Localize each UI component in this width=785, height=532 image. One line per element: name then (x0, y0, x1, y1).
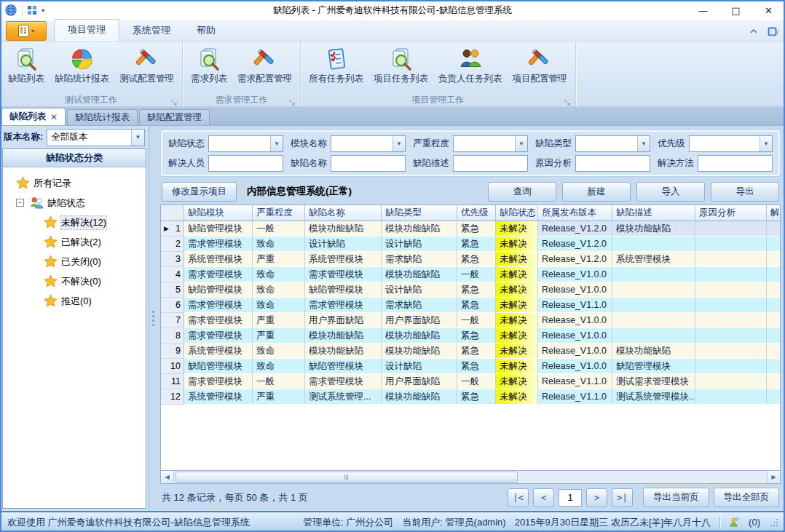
action-button-查询[interactable]: 查询 (488, 182, 556, 202)
row-selector[interactable]: 2 (161, 237, 184, 252)
minimize-button[interactable]: — (687, 0, 719, 20)
dialog-launcher-icon[interactable] (171, 98, 178, 104)
row-selector[interactable]: 12 (161, 389, 184, 405)
maximize-button[interactable]: □ (719, 0, 752, 20)
collapse-node-icon[interactable]: − (16, 199, 24, 207)
tree-item-缺陷状态[interactable]: −缺陷状态 (6, 193, 143, 213)
row-selector[interactable]: 10 (161, 359, 184, 374)
ribbon-button-项目任务列表[interactable]: 项目任务列表 (368, 44, 433, 87)
version-select[interactable]: 全部版本 ▼ (47, 129, 145, 146)
filter-select-模块名称[interactable]: ▼ (331, 135, 406, 152)
sidebar-splitter[interactable] (149, 126, 157, 511)
close-tab-icon[interactable]: ✕ (50, 112, 58, 122)
table-row[interactable]: 7需求管理模块严重用户界面缺陷用户界面缺陷一般未解决Release_V1.0.0 (161, 313, 780, 328)
cell-缺陷描述 (612, 313, 695, 328)
action-button-导入[interactable]: 导入 (636, 182, 705, 202)
export-all-pages-button[interactable]: 导出全部页 (714, 488, 780, 507)
online-user-icon[interactable] (729, 517, 740, 528)
row-selector[interactable]: 3 (161, 252, 184, 267)
ribbon-button-需求配置管理[interactable]: 需求配置管理 (232, 44, 297, 87)
filter-select-缺陷类型[interactable]: ▼ (575, 135, 650, 152)
table-row[interactable]: 3系统管理模块严重系统管理模块需求缺陷紧急未解决Release_V1.2.0系统… (161, 252, 780, 267)
ribbon-button-缺陷列表[interactable]: 缺陷列表 (3, 44, 50, 87)
scroll-right-icon[interactable]: ▶ (767, 471, 780, 483)
column-header-缺陷类型[interactable]: 缺陷类型 (382, 205, 457, 221)
table-row[interactable]: 8需求管理模块严重模块功能缺陷模块功能缺陷紧急未解决Release_V1.0.0 (161, 328, 780, 344)
modify-display-button[interactable]: 修改显示项目 (162, 182, 237, 202)
tree-item-已解决(2)[interactable]: 已解决(2) (6, 232, 143, 252)
ribbon-button-测试配置管理[interactable]: 测试配置管理 (114, 44, 179, 87)
table-row[interactable]: 2需求管理模块致命设计缺陷设计缺陷紧急未解决Release_V1.2.0 (161, 237, 780, 252)
close-button[interactable]: ✕ (752, 0, 785, 20)
last-page-button[interactable]: >| (612, 488, 633, 507)
table-row[interactable]: 6需求管理模块致命需求管理模块需求缺陷紧急未解决Release_V1.1.0 (161, 298, 780, 313)
doc-tab-缺陷配置管理[interactable]: 缺陷配置管理 (139, 109, 210, 125)
column-header-缺陷名称[interactable]: 缺陷名称 (305, 205, 382, 221)
filter-select-优先级[interactable]: ▼ (689, 135, 773, 152)
table-row[interactable]: 4需求管理模块致命需求管理模块模块功能缺陷一般未解决Release_V1.0.0 (161, 267, 780, 282)
column-header-缺陷状态[interactable]: 缺陷状态 (496, 205, 538, 221)
column-header-原因分析[interactable]: 原因分析 (695, 205, 767, 221)
table-row[interactable]: ▶1缺陷管理模块一般模块功能缺陷模块功能缺陷紧急未解决Release_V1.2.… (161, 221, 780, 237)
app-menu-button[interactable]: ▾ (6, 21, 47, 41)
tree-item-所有记录[interactable]: 所有记录 (6, 173, 143, 193)
row-selector[interactable]: 4 (161, 267, 184, 282)
dialog-launcher-icon[interactable] (564, 98, 571, 104)
ribbon-tab-项目管理[interactable]: 项目管理 (54, 19, 119, 41)
row-selector[interactable]: 8 (161, 328, 184, 344)
tree-item-推迟(0)[interactable]: 推迟(0) (6, 291, 143, 311)
scroll-left-icon[interactable]: ◀ (161, 471, 174, 483)
row-selector[interactable]: 9 (161, 344, 184, 359)
action-button-新建[interactable]: 新建 (562, 182, 631, 202)
ribbon-button-负责人任务列表[interactable]: 负责人任务列表 (433, 44, 508, 87)
filter-input-缺陷描述[interactable] (453, 155, 528, 172)
filter-input-解决人员[interactable] (208, 155, 283, 172)
row-selector[interactable]: 11 (161, 374, 184, 389)
column-header-缺陷描述[interactable]: 缺陷描述 (612, 205, 695, 221)
ribbon-tab-帮助[interactable]: 帮助 (184, 20, 229, 41)
first-page-button[interactable]: |< (508, 488, 529, 507)
filter-input-解决方法[interactable] (698, 155, 773, 172)
filter-input-缺陷名称[interactable] (331, 155, 406, 172)
action-button-导出[interactable]: 导出 (711, 182, 779, 202)
table-row[interactable]: 11需求管理模块一般需求管理模块用户界面缺陷一般未解决Release_V1.1.… (161, 374, 780, 389)
filter-select-缺陷状态[interactable]: ▼ (208, 135, 283, 152)
horizontal-scrollbar[interactable]: ◀ ▶ (161, 470, 780, 483)
next-page-button[interactable]: > (586, 488, 607, 507)
ribbon-button-缺陷统计报表[interactable]: 缺陷统计报表 (50, 44, 114, 87)
export-current-page-button[interactable]: 导出当前页 (643, 488, 709, 507)
table-row[interactable]: 10缺陷管理模块致命缺陷管理模块设计缺陷紧急未解决Release_V1.0.0缺… (161, 359, 780, 374)
column-header-优先级[interactable]: 优先级 (457, 205, 496, 221)
ribbon-tab-系统管理[interactable]: 系统管理 (119, 20, 184, 41)
table-row[interactable]: 5缺陷管理模块致命缺陷管理模块设计缺陷紧急未解决Release_V1.0.0 (161, 282, 780, 298)
ribbon-button-所有任务列表[interactable]: 所有任务列表 (304, 44, 368, 87)
resize-grip[interactable] (770, 519, 778, 526)
ribbon-button-需求列表[interactable]: 需求列表 (186, 44, 232, 87)
row-selector[interactable]: 7 (161, 313, 184, 328)
row-selector[interactable]: 5 (161, 282, 184, 298)
row-selector[interactable]: ▶1 (161, 221, 184, 237)
table-row[interactable]: 9系统管理模块致命模块功能缺陷模块功能缺陷紧急未解决Release_V1.0.0… (161, 344, 780, 359)
tree-item-不解决(0)[interactable]: 不解决(0) (6, 271, 143, 291)
scrollbar-thumb[interactable] (175, 472, 518, 483)
row-selector[interactable]: 6 (161, 298, 184, 313)
column-header-缺陷模块[interactable]: 缺陷模块 (184, 205, 253, 221)
page-number-input[interactable]: 1 (559, 489, 582, 507)
doc-tab-缺陷列表[interactable]: 缺陷列表✕ (1, 108, 66, 125)
doc-tab-缺陷统计报表[interactable]: 缺陷统计报表 (67, 109, 138, 125)
collapse-ribbon-icon[interactable] (749, 28, 759, 35)
help-icon[interactable] (766, 25, 779, 38)
filter-input-原因分析[interactable] (575, 155, 650, 172)
column-header-所属发布版本[interactable]: 所属发布版本 (538, 205, 612, 221)
table-row[interactable]: 12系统管理模块严重测试系统管理...模块功能缺陷紧急未解决Release_V1… (161, 389, 780, 405)
defect-list-shortcut-icon[interactable] (27, 5, 37, 15)
filter-select-严重程度[interactable]: ▼ (453, 135, 528, 152)
tree-item-已关闭(0)[interactable]: 已关闭(0) (6, 252, 143, 271)
column-header-解决方法[interactable]: 解决方法 (767, 205, 780, 221)
ribbon-button-项目配置管理[interactable]: 项目配置管理 (508, 44, 572, 87)
prev-page-button[interactable]: < (533, 488, 554, 507)
quick-access-dropdown-icon[interactable]: ▾ (42, 7, 44, 14)
dialog-launcher-icon[interactable] (289, 98, 296, 104)
column-header-严重程度[interactable]: 严重程度 (253, 205, 305, 221)
tree-item-未解决(12)[interactable]: 未解决(12) (6, 213, 143, 232)
